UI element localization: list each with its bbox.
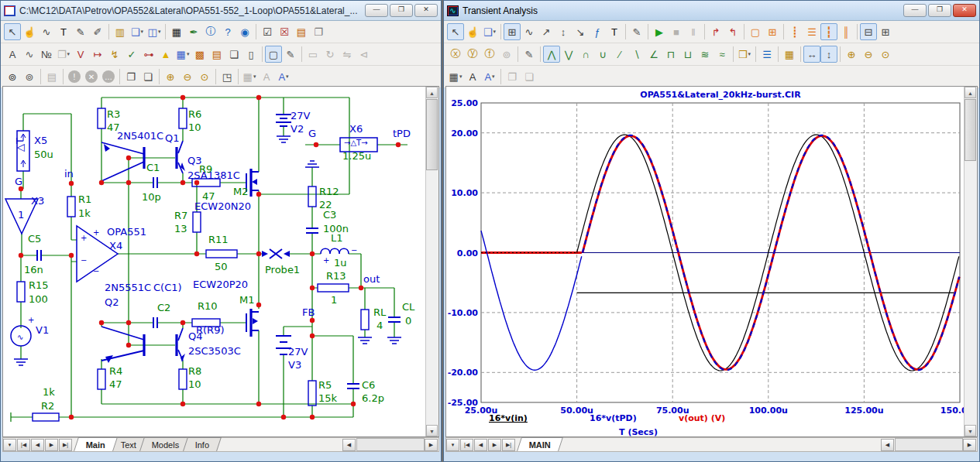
- pan-tool-icon[interactable]: ☝: [464, 23, 481, 40]
- help-icon[interactable]: ?: [219, 23, 236, 40]
- graphics-mode-icon[interactable]: ✎: [72, 23, 89, 40]
- horizontal-split-icon[interactable]: ⊟: [860, 23, 877, 40]
- plot-area[interactable]: OPA551&Lateral_20kHz-burst.CIR 25.0020.0…: [445, 86, 978, 437]
- design-table-icon[interactable]: ▦: [168, 23, 185, 40]
- tab-main[interactable]: Main: [74, 437, 118, 451]
- horizontal-tag-mode-icon[interactable]: ↘: [572, 23, 589, 40]
- first-tab-icon[interactable]: |◀: [460, 439, 473, 451]
- hscroll-left-icon[interactable]: ◀: [881, 439, 894, 451]
- legend-item[interactable]: v(out) (V): [679, 413, 725, 423]
- zoom-out-icon[interactable]: ⊖: [860, 46, 877, 63]
- wire-mode-icon[interactable]: ∿: [38, 23, 55, 40]
- schematic-drawing[interactable]: X550uGX31C516nR15100V1+∿1kR2inR11kOPA551…: [3, 87, 429, 436]
- go-to-low-icon[interactable]: ∪: [594, 46, 611, 63]
- x-axis-settings-icon[interactable]: ⓧ: [447, 46, 464, 63]
- select-region-icon[interactable]: ▢: [265, 46, 282, 63]
- hscroll-right-icon[interactable]: ▶: [963, 439, 976, 451]
- prev-tab-icon[interactable]: ◀: [474, 439, 487, 451]
- formula-mode-icon[interactable]: ƒ: [589, 23, 606, 40]
- tokens-icon[interactable]: ☰: [803, 23, 820, 40]
- go-to-rise-icon[interactable]: ∕: [611, 46, 628, 63]
- hscroll-track[interactable]: [356, 438, 425, 451]
- schematic-canvas[interactable]: X550uGX31C516nR15100V1+∿1kR2inR11kOPA551…: [2, 86, 439, 437]
- go-to-slope-icon[interactable]: ∠: [645, 46, 662, 63]
- scroll-down-icon[interactable]: ▼: [965, 425, 976, 436]
- help-online-icon[interactable]: ◉: [236, 23, 253, 40]
- baseline-marks-icon[interactable]: ║: [837, 23, 854, 40]
- scroll-thumb[interactable]: [426, 99, 438, 170]
- tab-list-icon[interactable]: ▾: [446, 439, 459, 451]
- color-grid-menu-icon[interactable]: ▦▾: [447, 68, 464, 85]
- close-button[interactable]: ✕: [414, 4, 438, 17]
- component-mode-icon[interactable]: ▥: [112, 23, 129, 40]
- bring-front-icon[interactable]: ❐: [122, 68, 139, 85]
- legend-item[interactable]: 16*v(in): [489, 413, 528, 423]
- minimize-button[interactable]: —: [903, 4, 927, 17]
- y-axis-settings-icon[interactable]: ⓨ: [464, 46, 481, 63]
- ruler-icon[interactable]: ┇: [820, 23, 837, 40]
- tab-main[interactable]: MAIN: [517, 437, 563, 451]
- text-mode-icon[interactable]: T: [606, 23, 623, 40]
- info-icon[interactable]: ⓘ: [202, 23, 219, 40]
- scroll-thumb[interactable]: [965, 99, 976, 161]
- vertical-tag-mode-icon[interactable]: ↕: [555, 23, 572, 40]
- plot-properties-icon[interactable]: ✎: [521, 46, 538, 63]
- flowchart-menu-icon[interactable]: ◫▾: [146, 23, 163, 40]
- normalize-y-icon[interactable]: ↕: [820, 46, 837, 63]
- schematic-titlebar[interactable]: C:\MC12\DATA\Petrov\OPA552&Lateral\OPA55…: [1, 1, 441, 21]
- cursor-mode-icon[interactable]: ∿: [521, 23, 538, 40]
- fx-settings-icon[interactable]: ⓕ: [481, 46, 498, 63]
- pan-tool-icon[interactable]: ☝: [21, 23, 38, 40]
- zoom-out-icon[interactable]: ⊖: [179, 68, 196, 85]
- run-icon[interactable]: ▶: [651, 23, 668, 40]
- numeric-output-icon[interactable]: ☰: [758, 46, 775, 63]
- go-to-peak-icon[interactable]: ⋀: [543, 46, 560, 63]
- next-tab-icon[interactable]: ▶: [45, 439, 58, 451]
- normalize-x-icon[interactable]: ↔: [803, 46, 820, 63]
- disable-region-icon[interactable]: ☒: [276, 23, 293, 40]
- hscroll-left-icon[interactable]: ◀: [342, 439, 356, 451]
- node-voltages-icon[interactable]: V: [72, 46, 89, 63]
- tab-list-icon[interactable]: ▾: [3, 439, 16, 451]
- region-lines-icon[interactable]: ▤: [293, 23, 310, 40]
- send-back-icon[interactable]: ❏: [139, 68, 156, 85]
- data-points-icon[interactable]: ┋: [786, 23, 803, 40]
- clipboard-menu-dropdown-icon[interactable]: ▾: [748, 51, 751, 57]
- legend-item[interactable]: 16*v(tPD): [590, 413, 637, 423]
- region-props-icon[interactable]: ✎: [282, 46, 299, 63]
- clipboard-menu-icon[interactable]: ❒▾: [736, 46, 753, 63]
- last-tab-icon[interactable]: ▶|: [502, 439, 515, 451]
- title-block-icon[interactable]: ❏: [225, 46, 242, 63]
- shapes-menu-icon[interactable]: ❑▾: [481, 23, 498, 40]
- close-button[interactable]: ✕: [953, 4, 976, 17]
- color-grid-menu-dropdown-icon[interactable]: ▾: [459, 74, 462, 80]
- grid-menu-dropdown-icon[interactable]: ▾: [187, 51, 190, 57]
- grid-menu-icon[interactable]: ▦▾: [174, 46, 191, 63]
- scale-mode-icon[interactable]: ⊞: [504, 23, 521, 40]
- color-grid-menu-dropdown-icon[interactable]: ▾: [253, 74, 256, 80]
- attribute-pen-icon[interactable]: ✒: [185, 23, 202, 40]
- select-tool-icon[interactable]: ↖: [4, 23, 21, 40]
- first-tab-icon[interactable]: |◀: [17, 439, 30, 451]
- last-tab-icon[interactable]: ▶|: [59, 439, 72, 451]
- zoom-in-icon[interactable]: ⊕: [162, 68, 179, 85]
- animate-options-icon[interactable]: ↱: [707, 23, 724, 40]
- page-flip-icon[interactable]: ◳: [218, 68, 236, 85]
- copy-picture-dropdown-icon[interactable]: ▾: [67, 51, 70, 57]
- go-to-branch-icon[interactable]: ≈: [714, 46, 731, 63]
- font-edit-menu-dropdown-icon[interactable]: ▾: [492, 74, 495, 80]
- node-numbers-icon[interactable]: №: [38, 46, 55, 63]
- font-edit-menu-icon[interactable]: A▾: [481, 68, 498, 85]
- font-edit-menu-dropdown-icon[interactable]: ▾: [286, 74, 289, 80]
- shapes-menu-icon[interactable]: ❑▾: [129, 23, 146, 40]
- maximize-button[interactable]: ❐: [928, 4, 951, 17]
- dc-op-display-icon[interactable]: ↰: [724, 23, 741, 40]
- condition-display-icon[interactable]: ✓: [123, 46, 140, 63]
- font-tool-icon[interactable]: A: [464, 68, 481, 85]
- go-to-top-icon[interactable]: ⊔: [679, 46, 696, 63]
- pin-connections-icon[interactable]: ⊶: [140, 46, 157, 63]
- scroll-down-icon[interactable]: ▼: [426, 425, 438, 436]
- find-next-icon[interactable]: ⊚: [21, 68, 38, 85]
- tab-info[interactable]: Info: [183, 437, 222, 451]
- attr-text-toggle-icon[interactable]: A: [4, 46, 21, 63]
